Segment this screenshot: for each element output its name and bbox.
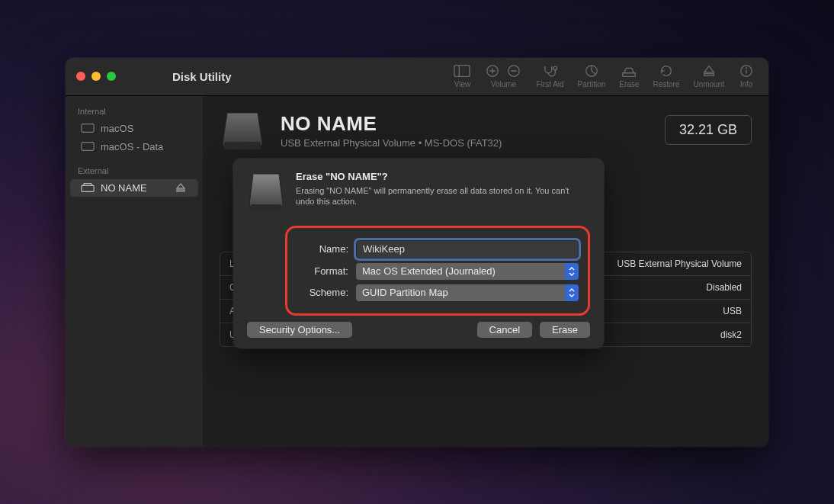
app-title: Disk Utility — [172, 70, 232, 83]
erase-button[interactable]: Erase — [540, 322, 590, 338]
toolbar: View Volume First Aid Partition Erase — [454, 64, 768, 88]
svg-rect-10 — [704, 74, 714, 76]
toolbar-restore[interactable]: Restore — [653, 64, 679, 88]
toolbar-unmount[interactable]: Unmount — [693, 64, 724, 88]
scheme-label: Scheme: — [297, 287, 348, 298]
cancel-button[interactable]: Cancel — [477, 322, 532, 338]
sidebar-header-external: External — [66, 163, 203, 178]
volume-header: NO NAME USB External Physical Volume • M… — [220, 108, 752, 152]
svg-point-7 — [553, 66, 557, 70]
toolbar-info[interactable]: Info — [738, 64, 755, 88]
disk-icon — [81, 141, 95, 152]
erase-icon — [621, 64, 637, 78]
dialog-title: Erase "NO NAME"? — [296, 171, 578, 182]
svg-rect-20 — [251, 204, 281, 211]
close-window-button[interactable] — [76, 72, 85, 81]
volume-name: NO NAME — [281, 112, 502, 136]
erase-dialog: Erase "NO NAME"? Erasing "NO NAME" will … — [233, 159, 604, 348]
pie-icon — [583, 64, 600, 78]
disk-icon — [247, 171, 285, 215]
svg-marker-17 — [177, 184, 184, 188]
minus-circle-icon — [505, 64, 522, 78]
volume-capacity: 32.21 GB — [665, 115, 752, 145]
svg-rect-19 — [224, 142, 261, 149]
sidebar-item-macos-data[interactable]: macOS - Data — [70, 138, 198, 156]
security-options-button[interactable]: Security Options... — [247, 322, 352, 338]
svg-point-13 — [746, 68, 747, 69]
volume-subtitle: USB External Physical Volume • MS-DOS (F… — [281, 137, 502, 149]
sidebar: Internal macOS macOS - Data External NO … — [66, 96, 203, 447]
toolbar-first-aid[interactable]: First Aid — [536, 64, 563, 88]
svg-rect-18 — [177, 190, 184, 191]
eject-icon[interactable] — [174, 182, 188, 193]
svg-rect-0 — [454, 66, 470, 77]
toolbar-volume[interactable]: Volume — [484, 64, 522, 88]
external-disk-icon — [81, 182, 95, 193]
toolbar-erase[interactable]: Erase — [619, 64, 639, 88]
plus-circle-icon — [484, 64, 501, 78]
toolbar-view[interactable]: View — [454, 64, 470, 88]
chevron-up-down-icon — [568, 265, 576, 278]
format-select[interactable]: Mac OS Extended (Journaled) — [356, 263, 579, 280]
stethoscope-icon — [542, 64, 559, 78]
restore-icon — [658, 64, 675, 78]
sidebar-item-macos[interactable]: macOS — [70, 120, 198, 137]
toolbar-partition[interactable]: Partition — [578, 64, 606, 88]
eject-icon — [701, 64, 717, 78]
titlebar: Disk Utility View Volume First Aid Parti… — [66, 58, 768, 96]
sidebar-item-noname[interactable]: NO NAME — [70, 179, 198, 197]
disk-large-icon — [220, 108, 265, 152]
sidebar-header-internal: Internal — [66, 104, 203, 119]
sidebar-item-label: macOS - Data — [101, 141, 163, 152]
info-icon — [738, 64, 755, 78]
disk-utility-window: Disk Utility View Volume First Aid Parti… — [66, 58, 768, 447]
dialog-description: Erasing "NO NAME" will permanently erase… — [296, 185, 578, 208]
svg-rect-15 — [82, 143, 94, 151]
chevron-up-down-icon — [568, 287, 576, 299]
sidebar-item-label: NO NAME — [101, 182, 147, 194]
name-label: Name: — [297, 243, 348, 255]
sidebar-item-label: macOS — [101, 123, 133, 134]
format-label: Format: — [297, 265, 348, 277]
svg-rect-16 — [82, 185, 94, 191]
zoom-window-button[interactable] — [107, 72, 116, 81]
erase-form-highlighted: Name: Format: Mac OS Extended (Journaled… — [285, 226, 590, 316]
scheme-select[interactable]: GUID Partition Map — [356, 284, 579, 301]
sidebar-icon — [454, 64, 470, 78]
name-input[interactable] — [356, 240, 579, 258]
minimize-window-button[interactable] — [91, 72, 101, 81]
svg-rect-14 — [82, 124, 94, 133]
disk-icon — [81, 123, 95, 133]
window-controls — [66, 72, 116, 81]
svg-marker-9 — [704, 66, 714, 72]
